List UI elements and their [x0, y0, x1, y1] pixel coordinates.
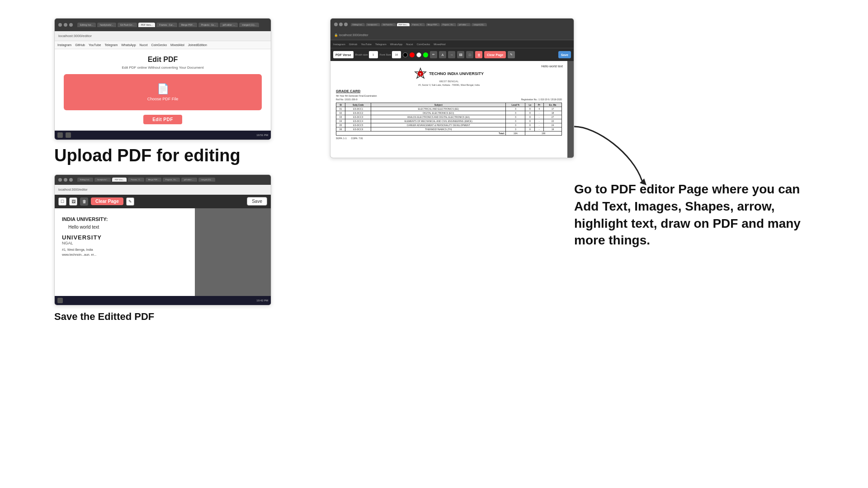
col-pr: Pr [535, 103, 544, 107]
bm-instagram[interactable]: Instagram [57, 43, 71, 47]
save-button[interactable]: Save [247, 197, 267, 206]
s-tab-active[interactable]: PDF Vers... [112, 178, 127, 182]
bm-nucxt[interactable]: Nucxt [140, 43, 148, 47]
save-address: #1, West Benga, India [62, 248, 188, 251]
e-bm-mixed[interactable]: MixedAtol [434, 43, 445, 46]
editor-address-text: 🔒 localhost:3000/editor [334, 33, 368, 37]
e-tab-7[interactable]: pdf editor -... [457, 23, 471, 26]
image-tool-icon[interactable]: 🖼 [69, 197, 77, 206]
e-tab-1[interactable]: Editing Inst... [351, 23, 365, 26]
description-text: Go to PDF editor Page where you can Add … [574, 181, 809, 249]
e-bm-whatsapp[interactable]: WhatsApp [390, 43, 403, 46]
upload-drop-area[interactable]: 📄 Choose PDF File [64, 74, 262, 110]
editor-address-bar[interactable]: 🔒 localhost:3000/editor [330, 30, 574, 40]
s-tab-4[interactable]: Merge PDF... [146, 178, 161, 182]
save-browser-bar: Editing Inst... handytools/... PDF Vers.… [55, 175, 271, 185]
save-toolbar: ☐ 🖼 🗑 Clear Page ✎ Save [55, 195, 271, 208]
s-tab-2[interactable]: handytools/... [94, 178, 111, 182]
col-code: Subj.Code [345, 103, 371, 107]
delete-tool-icon[interactable]: 🗑 [80, 197, 88, 206]
bm-telegram[interactable]: Telegram [104, 43, 118, 47]
save-start-icon[interactable] [57, 298, 63, 303]
grade-univ-subtitle: WEST BENGAL [336, 80, 562, 83]
e-tab-8[interactable]: merged (11)... [472, 23, 486, 26]
editor-clear-button[interactable]: Clear Page [484, 51, 506, 58]
e-bm-telegram[interactable]: Telegram [375, 43, 387, 46]
e-tab-5[interactable]: Merge PDF... [426, 23, 440, 26]
select-tool-icon[interactable]: ☐ [58, 197, 66, 206]
total-marks: 196 [525, 131, 562, 136]
search-icon[interactable] [66, 132, 71, 138]
text-tool[interactable]: A [439, 51, 446, 58]
start-icon[interactable] [57, 132, 63, 138]
extra-tool-icon[interactable]: ✎ [126, 197, 134, 206]
editor-extra-tool[interactable]: ✎ [508, 51, 515, 58]
tab-9[interactable]: merged (11)... [239, 23, 259, 27]
color-white[interactable] [416, 52, 421, 57]
e-bm-github[interactable]: GitHub [349, 43, 358, 46]
tab-pdf-verse[interactable]: PDF Vers... [138, 23, 156, 27]
tab-8[interactable]: pdf editor -... [220, 23, 238, 27]
col-lead: Lead % [506, 103, 525, 107]
save-univ-label: INDIA UNIVERSITY: [62, 216, 188, 222]
clock-save: 10:42 PM [256, 299, 268, 302]
save-pdf-content: INDIA UNIVERSITY: Hello world text UNIVE… [55, 208, 271, 305]
tab-1[interactable]: Editing Inst... [77, 23, 96, 27]
bm-coingecko[interactable]: CoinGecko [151, 43, 167, 47]
e-bm-youtube[interactable]: YouTube [361, 43, 372, 46]
left-column: Editing Inst... handytools/... Git Push … [54, 18, 307, 323]
e-tab-3[interactable]: Git Push Err... [381, 23, 396, 26]
tab-6[interactable]: Merge PDF... [179, 23, 197, 27]
s-tab-5[interactable]: Projects - Ex... [163, 178, 180, 182]
font-size-input[interactable]: 16 [392, 51, 401, 58]
color-red[interactable] [410, 52, 415, 57]
s-tab-1[interactable]: Editing Inst... [77, 178, 93, 182]
tab-7[interactable]: Projects - Ex... [198, 23, 219, 27]
upload-page-content: Edit PDF Edit PDF online Without convert… [55, 49, 271, 131]
e-bm-nucxt[interactable]: Nucxt [406, 43, 413, 46]
bm-youtube[interactable]: YouTube [89, 43, 101, 47]
save-pdf-page: INDIA UNIVERSITY: Hello world text UNIVE… [55, 208, 195, 305]
brush-size-input[interactable]: 1 [369, 51, 378, 58]
tab-5[interactable]: Frames - Car... [156, 23, 177, 27]
tab-2[interactable]: handytools/... [97, 23, 116, 27]
pencil-tool[interactable]: ✏ [430, 51, 437, 58]
clear-page-button[interactable]: Clear Page [91, 197, 123, 205]
grade-univ-name: TECHNO INDIA UNIVERSITY [429, 71, 484, 76]
address-bar[interactable]: localhost:3000/editor [55, 31, 271, 41]
editor-delete-tool[interactable]: 🗑 [475, 51, 482, 58]
e-tab-2[interactable]: handytools/... [366, 23, 380, 26]
table-row: 04ES-DCC4ELEMENTS OF MECHANICAL AND CIVI… [336, 119, 562, 123]
bm-mixed[interactable]: MixedAtol [170, 43, 184, 47]
bm-joined[interactable]: JoinedEdition [188, 43, 207, 47]
e-tab-active[interactable]: PDF Vers... [397, 23, 410, 26]
s-tab-6[interactable]: pdf editor -... [181, 178, 197, 182]
caption-save: Save the Editted PDF [54, 311, 307, 323]
image-insert-tool[interactable]: 🖼 [457, 51, 464, 58]
s-tab-3[interactable]: Frames - C... [128, 178, 144, 182]
e-tab-6[interactable]: Projects - Ex... [441, 23, 456, 26]
taskbar-upload: 10:51 PM [55, 131, 271, 140]
editor-browser-bar: Editing Inst... handytools/... Git Push … [330, 19, 574, 30]
bm-github[interactable]: GitHub [75, 43, 85, 47]
s-dot-3 [69, 178, 73, 182]
e-bm-coingecko[interactable]: CoinGecko [417, 43, 430, 46]
browser-bar: Editing Inst... handytools/... Git Push … [55, 19, 271, 31]
edit-pdf-button[interactable]: Edit PDF [143, 115, 182, 124]
e-tab-4[interactable]: Frames - C... [410, 23, 425, 26]
bm-whatsapp[interactable]: WhatsApp [121, 43, 136, 47]
s-tab-7[interactable]: merged (11)... [198, 178, 215, 182]
table-row: 06ES-DCC6THERMODYNAMICS (TH)38-19 [336, 127, 562, 131]
color-black[interactable] [403, 52, 408, 57]
editor-pdf-page: Hello world text T TECHNO INDIA UNIVERSI… [330, 61, 567, 158]
grade-roll: Roll No: 19101-206-9 [336, 98, 358, 101]
editor-pdf-toolbar: PDF Verse Brush size 1 Font Size 16 ✏ A … [330, 48, 574, 61]
tab-3[interactable]: Git Push Err... [118, 23, 137, 27]
editor-save-button[interactable]: Save [558, 51, 571, 58]
arrow-tool[interactable]: → [448, 51, 455, 58]
shape-tool[interactable]: □ [466, 51, 473, 58]
taskbar-save: 10:42 PM [55, 296, 271, 305]
e-bm-instagram[interactable]: Instagram [333, 43, 345, 46]
color-green[interactable] [423, 52, 428, 57]
save-address-bar[interactable]: localhost:3000/editor [55, 185, 271, 195]
